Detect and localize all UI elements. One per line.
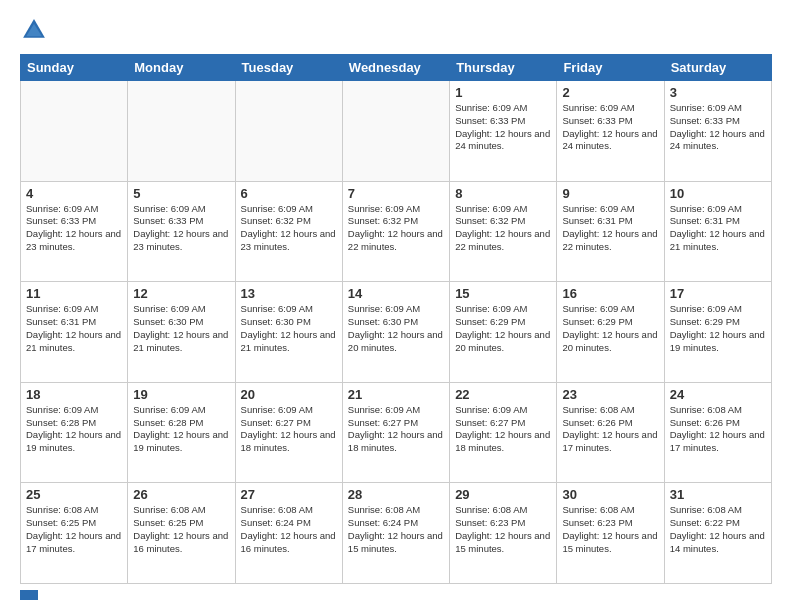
day-number: 22 <box>455 387 551 402</box>
calendar-cell: 21Sunrise: 6:09 AM Sunset: 6:27 PM Dayli… <box>342 382 449 483</box>
calendar-cell: 4Sunrise: 6:09 AM Sunset: 6:33 PM Daylig… <box>21 181 128 282</box>
day-number: 23 <box>562 387 658 402</box>
day-number: 4 <box>26 186 122 201</box>
calendar-cell: 15Sunrise: 6:09 AM Sunset: 6:29 PM Dayli… <box>450 282 557 383</box>
calendar-week-3: 11Sunrise: 6:09 AM Sunset: 6:31 PM Dayli… <box>21 282 772 383</box>
calendar-cell: 6Sunrise: 6:09 AM Sunset: 6:32 PM Daylig… <box>235 181 342 282</box>
day-number: 21 <box>348 387 444 402</box>
day-info: Sunrise: 6:09 AM Sunset: 6:27 PM Dayligh… <box>455 404 551 455</box>
calendar-cell: 26Sunrise: 6:08 AM Sunset: 6:25 PM Dayli… <box>128 483 235 584</box>
calendar-cell: 22Sunrise: 6:09 AM Sunset: 6:27 PM Dayli… <box>450 382 557 483</box>
calendar-cell: 3Sunrise: 6:09 AM Sunset: 6:33 PM Daylig… <box>664 81 771 182</box>
day-number: 17 <box>670 286 766 301</box>
day-number: 31 <box>670 487 766 502</box>
day-info: Sunrise: 6:08 AM Sunset: 6:24 PM Dayligh… <box>241 504 337 555</box>
day-number: 14 <box>348 286 444 301</box>
day-number: 29 <box>455 487 551 502</box>
calendar-cell: 28Sunrise: 6:08 AM Sunset: 6:24 PM Dayli… <box>342 483 449 584</box>
calendar-cell: 25Sunrise: 6:08 AM Sunset: 6:25 PM Dayli… <box>21 483 128 584</box>
calendar-cell: 7Sunrise: 6:09 AM Sunset: 6:32 PM Daylig… <box>342 181 449 282</box>
calendar-cell: 12Sunrise: 6:09 AM Sunset: 6:30 PM Dayli… <box>128 282 235 383</box>
day-info: Sunrise: 6:09 AM Sunset: 6:28 PM Dayligh… <box>26 404 122 455</box>
day-info: Sunrise: 6:09 AM Sunset: 6:33 PM Dayligh… <box>133 203 229 254</box>
day-number: 15 <box>455 286 551 301</box>
day-number: 25 <box>26 487 122 502</box>
calendar-cell: 29Sunrise: 6:08 AM Sunset: 6:23 PM Dayli… <box>450 483 557 584</box>
day-info: Sunrise: 6:09 AM Sunset: 6:33 PM Dayligh… <box>455 102 551 153</box>
day-header-sunday: Sunday <box>21 55 128 81</box>
day-number: 8 <box>455 186 551 201</box>
day-number: 26 <box>133 487 229 502</box>
day-number: 5 <box>133 186 229 201</box>
day-info: Sunrise: 6:09 AM Sunset: 6:31 PM Dayligh… <box>670 203 766 254</box>
calendar-cell: 23Sunrise: 6:08 AM Sunset: 6:26 PM Dayli… <box>557 382 664 483</box>
day-header-friday: Friday <box>557 55 664 81</box>
day-header-wednesday: Wednesday <box>342 55 449 81</box>
calendar-cell <box>342 81 449 182</box>
day-info: Sunrise: 6:09 AM Sunset: 6:31 PM Dayligh… <box>26 303 122 354</box>
day-info: Sunrise: 6:08 AM Sunset: 6:26 PM Dayligh… <box>562 404 658 455</box>
day-info: Sunrise: 6:09 AM Sunset: 6:30 PM Dayligh… <box>348 303 444 354</box>
calendar-week-1: 1Sunrise: 6:09 AM Sunset: 6:33 PM Daylig… <box>21 81 772 182</box>
day-info: Sunrise: 6:09 AM Sunset: 6:27 PM Dayligh… <box>348 404 444 455</box>
day-info: Sunrise: 6:08 AM Sunset: 6:24 PM Dayligh… <box>348 504 444 555</box>
day-info: Sunrise: 6:09 AM Sunset: 6:33 PM Dayligh… <box>26 203 122 254</box>
calendar-week-2: 4Sunrise: 6:09 AM Sunset: 6:33 PM Daylig… <box>21 181 772 282</box>
calendar-cell: 9Sunrise: 6:09 AM Sunset: 6:31 PM Daylig… <box>557 181 664 282</box>
day-info: Sunrise: 6:09 AM Sunset: 6:28 PM Dayligh… <box>133 404 229 455</box>
day-number: 27 <box>241 487 337 502</box>
calendar-cell: 14Sunrise: 6:09 AM Sunset: 6:30 PM Dayli… <box>342 282 449 383</box>
day-number: 16 <box>562 286 658 301</box>
logo <box>20 16 52 44</box>
day-info: Sunrise: 6:09 AM Sunset: 6:32 PM Dayligh… <box>348 203 444 254</box>
calendar-cell <box>21 81 128 182</box>
day-info: Sunrise: 6:09 AM Sunset: 6:29 PM Dayligh… <box>455 303 551 354</box>
calendar-cell: 16Sunrise: 6:09 AM Sunset: 6:29 PM Dayli… <box>557 282 664 383</box>
day-number: 2 <box>562 85 658 100</box>
day-number: 13 <box>241 286 337 301</box>
calendar-cell <box>235 81 342 182</box>
day-info: Sunrise: 6:09 AM Sunset: 6:29 PM Dayligh… <box>670 303 766 354</box>
day-info: Sunrise: 6:09 AM Sunset: 6:30 PM Dayligh… <box>133 303 229 354</box>
calendar-cell: 18Sunrise: 6:09 AM Sunset: 6:28 PM Dayli… <box>21 382 128 483</box>
calendar-cell: 5Sunrise: 6:09 AM Sunset: 6:33 PM Daylig… <box>128 181 235 282</box>
day-number: 7 <box>348 186 444 201</box>
page: SundayMondayTuesdayWednesdayThursdayFrid… <box>0 0 792 612</box>
calendar-week-4: 18Sunrise: 6:09 AM Sunset: 6:28 PM Dayli… <box>21 382 772 483</box>
day-info: Sunrise: 6:09 AM Sunset: 6:27 PM Dayligh… <box>241 404 337 455</box>
day-info: Sunrise: 6:09 AM Sunset: 6:30 PM Dayligh… <box>241 303 337 354</box>
day-header-tuesday: Tuesday <box>235 55 342 81</box>
day-number: 11 <box>26 286 122 301</box>
calendar-cell: 13Sunrise: 6:09 AM Sunset: 6:30 PM Dayli… <box>235 282 342 383</box>
day-info: Sunrise: 6:08 AM Sunset: 6:23 PM Dayligh… <box>562 504 658 555</box>
header <box>20 16 772 44</box>
day-info: Sunrise: 6:08 AM Sunset: 6:23 PM Dayligh… <box>455 504 551 555</box>
day-info: Sunrise: 6:09 AM Sunset: 6:31 PM Dayligh… <box>562 203 658 254</box>
day-info: Sunrise: 6:09 AM Sunset: 6:29 PM Dayligh… <box>562 303 658 354</box>
day-info: Sunrise: 6:09 AM Sunset: 6:32 PM Dayligh… <box>455 203 551 254</box>
logo-icon <box>20 16 48 44</box>
calendar-cell: 19Sunrise: 6:09 AM Sunset: 6:28 PM Dayli… <box>128 382 235 483</box>
day-info: Sunrise: 6:08 AM Sunset: 6:22 PM Dayligh… <box>670 504 766 555</box>
calendar-cell: 30Sunrise: 6:08 AM Sunset: 6:23 PM Dayli… <box>557 483 664 584</box>
day-number: 1 <box>455 85 551 100</box>
calendar-table: SundayMondayTuesdayWednesdayThursdayFrid… <box>20 54 772 584</box>
day-number: 12 <box>133 286 229 301</box>
calendar-week-5: 25Sunrise: 6:08 AM Sunset: 6:25 PM Dayli… <box>21 483 772 584</box>
day-number: 6 <box>241 186 337 201</box>
calendar-cell: 27Sunrise: 6:08 AM Sunset: 6:24 PM Dayli… <box>235 483 342 584</box>
day-number: 20 <box>241 387 337 402</box>
day-info: Sunrise: 6:09 AM Sunset: 6:32 PM Dayligh… <box>241 203 337 254</box>
calendar-cell: 1Sunrise: 6:09 AM Sunset: 6:33 PM Daylig… <box>450 81 557 182</box>
day-info: Sunrise: 6:08 AM Sunset: 6:25 PM Dayligh… <box>133 504 229 555</box>
day-info: Sunrise: 6:08 AM Sunset: 6:25 PM Dayligh… <box>26 504 122 555</box>
calendar-cell: 31Sunrise: 6:08 AM Sunset: 6:22 PM Dayli… <box>664 483 771 584</box>
day-number: 28 <box>348 487 444 502</box>
calendar-cell: 8Sunrise: 6:09 AM Sunset: 6:32 PM Daylig… <box>450 181 557 282</box>
calendar-cell: 2Sunrise: 6:09 AM Sunset: 6:33 PM Daylig… <box>557 81 664 182</box>
day-header-thursday: Thursday <box>450 55 557 81</box>
day-number: 9 <box>562 186 658 201</box>
legend-bar <box>20 590 38 600</box>
day-header-saturday: Saturday <box>664 55 771 81</box>
legend <box>20 590 772 600</box>
